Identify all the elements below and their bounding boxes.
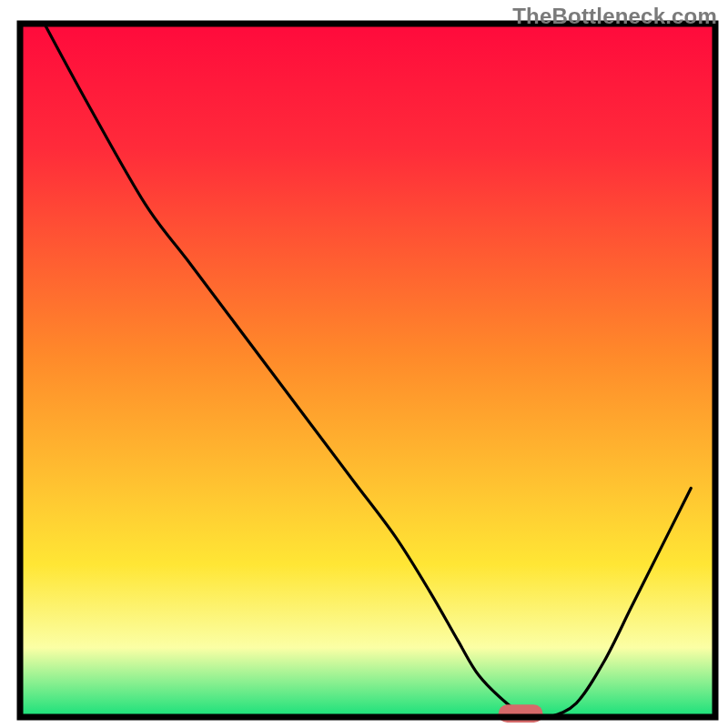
chart-stage: TheBottleneck.com: [0, 0, 728, 728]
bottleneck-chart: [0, 0, 728, 728]
gradient-background: [20, 24, 715, 717]
watermark-text: TheBottleneck.com: [512, 4, 717, 29]
